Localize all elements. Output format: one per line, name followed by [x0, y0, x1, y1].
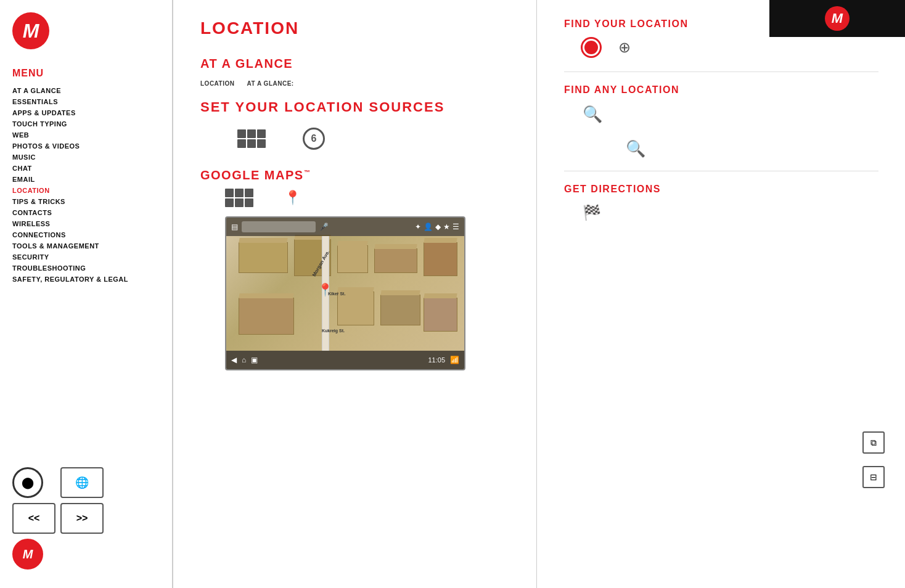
- sidebar-item-email[interactable]: EMAIL: [12, 174, 160, 185]
- apps-grid-icon: [237, 129, 266, 148]
- building-5: [424, 242, 457, 276]
- find-your-location-title: FIND YOUR LOCATION: [564, 18, 878, 30]
- sidebar-item-security[interactable]: SECURITY: [12, 251, 160, 263]
- small-icon-btn-1[interactable]: ⧉: [862, 431, 885, 454]
- sidebar-item-photos-videos[interactable]: PHOTOS & VIDEOS: [12, 141, 160, 152]
- sidebar-item-apps-updates[interactable]: APPS & UPDATES: [12, 107, 160, 118]
- back-button[interactable]: <<: [12, 503, 55, 534]
- divider-right: [536, 0, 537, 588]
- find-any-location-title: FIND ANY LOCATION: [564, 84, 878, 96]
- breadcrumb-left: LOCATION: [200, 80, 234, 87]
- map-pin-icon: 📍: [284, 190, 301, 206]
- map-nav-icon: ✦: [415, 223, 421, 231]
- app-cell-6: [257, 139, 266, 148]
- breadcrumb: LOCATION AT A GLANCE:: [200, 80, 509, 87]
- sidebar-item-music[interactable]: MUSIC: [12, 152, 160, 163]
- map-mic-icon: 🎤: [319, 223, 329, 231]
- search-icon-2: 🔍: [626, 139, 878, 158]
- target-icon: ⊕: [618, 39, 631, 56]
- breadcrumb-right: AT A GLANCE:: [247, 80, 293, 87]
- page-title: LOCATION: [200, 18, 509, 38]
- app-cell-8: [235, 189, 244, 197]
- map-container[interactable]: ▤ 🎤 ✦ 👤 ◆ ★ ☰ Morg: [225, 216, 465, 370]
- sidebar-item-essentials[interactable]: ESSENTIALS: [12, 96, 160, 107]
- motorola-home-button[interactable]: M: [12, 539, 43, 570]
- bottom-nav: ⬤ 🌐 << >> M: [12, 467, 104, 570]
- location-dot-icon: [583, 39, 600, 56]
- building-7: [337, 292, 374, 325]
- building-8: [380, 295, 420, 325]
- map-menu-icon: ▤: [231, 223, 238, 231]
- map-3d-view: Morgan Ave. Kiker St. Kukreig St. 📍: [226, 236, 464, 351]
- app-cell-10: [225, 198, 234, 207]
- app-cell-2: [247, 129, 256, 138]
- sidebar-item-connections[interactable]: CONNECTIONS: [12, 229, 160, 240]
- right-small-icons: ⧉ ⊟: [862, 431, 885, 488]
- app-cell-11: [235, 198, 244, 207]
- globe-button[interactable]: 🌐: [60, 467, 104, 498]
- app-cell-5: [247, 139, 256, 148]
- sidebar-item-tools-management[interactable]: TOOLS & MANAGEMENT: [12, 240, 160, 251]
- circled-number-icon: 6: [303, 128, 325, 150]
- google-maps-title: GOOGLE MAPS™: [200, 168, 509, 182]
- divider-left: [173, 0, 173, 588]
- map-toolbar: ▤ 🎤 ✦ 👤 ◆ ★ ☰: [226, 218, 464, 236]
- map-search-box[interactable]: [242, 221, 316, 232]
- building-6: [239, 298, 294, 335]
- street-label-3: Kukreig St.: [322, 329, 345, 333]
- map-toolbar-right: ✦ 👤 ◆ ★ ☰: [415, 223, 459, 231]
- small-icon-btn-2[interactable]: ⊟: [862, 466, 885, 488]
- sidebar-item-tips-tricks[interactable]: TIPS & TRICKS: [12, 196, 160, 207]
- map-time: 11:05: [428, 356, 445, 364]
- building-4: [374, 248, 417, 273]
- map-signal-icon: 📶: [450, 356, 459, 364]
- sidebar-item-wireless[interactable]: WIRELESS: [12, 218, 160, 229]
- sidebar-item-web[interactable]: WEB: [12, 129, 160, 141]
- map-diamond-icon: ◆: [435, 223, 441, 231]
- google-maps-icons: 📍: [225, 189, 509, 207]
- main-content: LOCATION AT A GLANCE LOCATION AT A GLANC…: [176, 0, 533, 389]
- app-cell-12: [245, 198, 253, 207]
- app-cell-3: [257, 129, 266, 138]
- right-panel: FIND YOUR LOCATION ⊕ FIND ANY LOCATION 🔍…: [539, 0, 903, 255]
- sidebar-logo: M: [12, 12, 49, 49]
- app-cell-9: [245, 189, 253, 197]
- sidebar-item-touch-typing[interactable]: TOUCH TYPING: [12, 118, 160, 129]
- building-1: [239, 242, 288, 273]
- app-cell-4: [237, 139, 246, 148]
- find-location-icons: ⊕: [583, 39, 878, 56]
- map-menu2-icon: ☰: [452, 223, 459, 231]
- app-cell-7: [225, 189, 234, 197]
- map-bottom-bar: ◀ ⌂ ▣ 11:05 📶: [226, 351, 464, 369]
- set-location-title: SET YOUR LOCATION SOURCES: [200, 99, 509, 115]
- get-directions-icons: 🏁: [583, 204, 878, 221]
- circle-button[interactable]: ⬤: [12, 467, 43, 498]
- sidebar-item-troubleshooting[interactable]: TROUBLESHOOTING: [12, 263, 160, 274]
- map-person-icon: 👤: [424, 223, 433, 231]
- building-3: [337, 245, 368, 273]
- location-sources-icons: 6: [237, 128, 509, 150]
- apps-grid-icon-2: [225, 189, 253, 207]
- map-back-icon[interactable]: ◀: [231, 356, 237, 364]
- menu-title: MENU: [12, 68, 160, 79]
- sidebar-item-chat[interactable]: CHAT: [12, 163, 160, 174]
- sidebar-item-safety[interactable]: SAFETY, REGULATORY & LEGAL: [12, 274, 160, 285]
- sidebar-item-location[interactable]: LOCATION: [12, 185, 160, 196]
- divider-2: [564, 171, 878, 171]
- app-cell-1: [237, 129, 246, 138]
- at-a-glance-title: AT A GLANCE: [200, 57, 509, 71]
- sidebar-item-at-a-glance[interactable]: AT A GLANCE: [12, 85, 160, 96]
- map-star-icon: ★: [443, 223, 450, 231]
- sidebar-nav: AT A GLANCE ESSENTIALS APPS & UPDATES TO…: [12, 85, 160, 285]
- sidebar: M MENU AT A GLANCE ESSENTIALS APPS & UPD…: [0, 0, 173, 588]
- map-apps-icon[interactable]: ▣: [251, 356, 258, 364]
- map-home-icon[interactable]: ⌂: [242, 356, 246, 364]
- directions-icon: 🏁: [583, 204, 601, 221]
- forward-button[interactable]: >>: [60, 503, 104, 534]
- map-location-pin: 📍: [317, 282, 333, 297]
- divider-1: [564, 71, 878, 72]
- building-9: [424, 298, 457, 332]
- search-icon-1: 🔍: [583, 105, 602, 124]
- sidebar-item-contacts[interactable]: CONTACTS: [12, 207, 160, 218]
- search-icon-2-container: 🔍: [626, 139, 878, 158]
